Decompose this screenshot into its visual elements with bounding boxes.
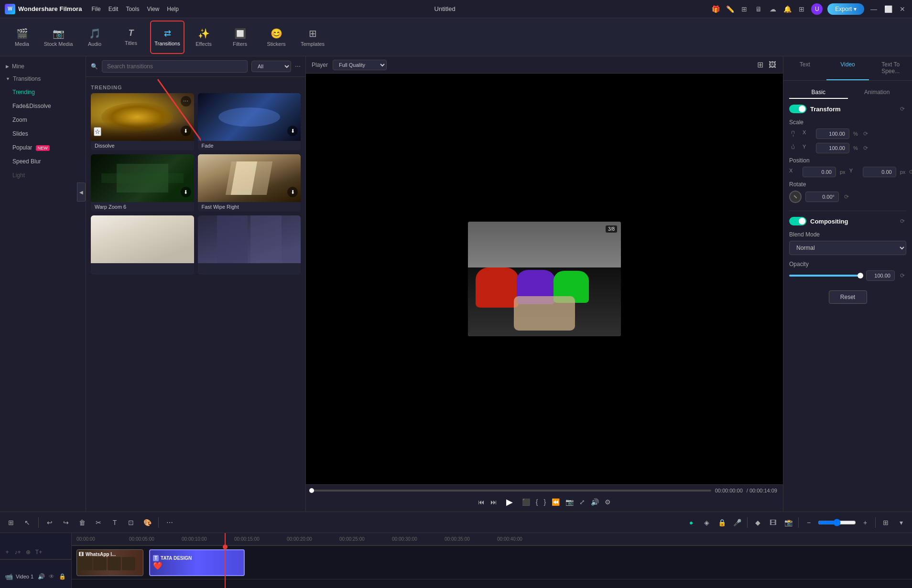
tl-layout-more-btn[interactable]: ▾ <box>895 516 907 529</box>
tl-more-btn[interactable]: ⋯ <box>163 516 176 529</box>
fade-add-btn[interactable]: ⬇ <box>287 126 298 136</box>
blend-mode-select[interactable]: Normal Dissolve Multiply Screen Overlay <box>789 241 906 255</box>
tab-video[interactable]: Video <box>826 56 869 80</box>
toolbar-item-audio[interactable]: 🎵 Audio <box>77 21 112 54</box>
tab-text-to-speech[interactable]: Text To Spee... <box>869 56 912 80</box>
play-button[interactable]: ▶ <box>503 495 516 509</box>
export-button[interactable]: Export ▾ <box>827 3 864 15</box>
subtab-animation[interactable]: Animation <box>848 86 907 99</box>
tl-lock-btn[interactable]: 🔒 <box>716 516 728 529</box>
dissolve-star-btn[interactable]: ☆ <box>94 127 101 136</box>
settings-button[interactable]: ⚙ <box>605 498 611 506</box>
opacity-input[interactable] <box>866 270 895 281</box>
tl-select-btn[interactable]: ↖ <box>21 516 33 529</box>
toolbar-item-effects[interactable]: ✨ Effects <box>186 21 221 54</box>
rotate-input[interactable] <box>805 192 839 202</box>
tl-undo-btn[interactable]: ↩ <box>43 516 56 529</box>
menu-edit[interactable]: Edit <box>109 6 119 12</box>
panel-collapse-button[interactable]: ◀ <box>77 182 86 202</box>
minimize-icon[interactable]: — <box>869 4 879 14</box>
nav-light[interactable]: Light <box>3 169 83 182</box>
tl-audio-btn[interactable]: 🎤 <box>731 516 743 529</box>
pos-y-input[interactable] <box>863 167 896 177</box>
tl-clip-btn[interactable]: 🎞 <box>767 516 779 529</box>
transition-card-fastwipe[interactable]: Fast Wipe Right ⬇ <box>198 154 301 212</box>
monitor-icon[interactable]: 🖥 <box>754 4 763 14</box>
video1-eye-btn[interactable]: 👁 <box>47 572 56 581</box>
transform-reset-btn[interactable]: ⟳ <box>899 105 906 113</box>
toolbar-item-stickers[interactable]: 😊 Stickers <box>259 21 293 54</box>
tl-add-text-btn[interactable]: T+ <box>34 548 43 556</box>
tl-color-btn[interactable]: 🎨 <box>141 516 153 529</box>
tl-mark-btn[interactable]: ◈ <box>700 516 713 529</box>
bell-icon[interactable]: 🔔 <box>782 4 792 14</box>
nav-popular[interactable]: Popular NEW <box>3 141 83 154</box>
tl-snapshot-btn[interactable]: 📸 <box>782 516 794 529</box>
transition-card-dissolve[interactable]: Dissolve ⋯ ☆ ⬇ <box>91 93 194 150</box>
nav-slides[interactable]: Slides <box>3 127 83 140</box>
transition-card-extra1[interactable] <box>91 215 194 275</box>
clip-whatsapp[interactable]: 🎞 WhatsApp I... <box>76 549 143 576</box>
avatar[interactable]: U <box>811 3 823 15</box>
image-view-icon[interactable]: 🖼 <box>768 60 777 70</box>
timeline-scroll-area[interactable]: 00:00:00 00:00:05:00 00:00:10:00 00:00:1… <box>72 533 912 588</box>
menu-tools[interactable]: Tools <box>126 6 139 12</box>
rotate-reset[interactable]: ⟳ <box>843 193 850 201</box>
tab-text[interactable]: Text <box>783 56 826 80</box>
compositing-reset-btn[interactable]: ⟳ <box>899 217 906 225</box>
tl-add-overlay-btn[interactable]: ⊕ <box>24 548 33 556</box>
toolbar-item-titles[interactable]: T Titles <box>114 21 148 54</box>
tl-delete-btn[interactable]: 🗑 <box>76 516 88 529</box>
snapshot-button[interactable]: 📷 <box>565 498 574 506</box>
toolbar-item-transitions[interactable]: ⇄ Transitions <box>150 21 185 54</box>
timeline-playhead[interactable] <box>225 545 226 588</box>
tl-snap-btn[interactable]: ● <box>685 516 697 529</box>
tl-add-video-track-btn[interactable]: + <box>3 548 11 556</box>
compositing-toggle[interactable] <box>789 217 806 225</box>
pen-icon[interactable]: ✏️ <box>725 4 735 14</box>
grid-icon[interactable]: ⊞ <box>739 4 749 14</box>
rotate-dial[interactable] <box>789 191 802 203</box>
mine-section[interactable]: ▶ Mine <box>0 60 86 73</box>
nav-speed-blur[interactable]: Speed Blur <box>3 155 83 168</box>
position-reset[interactable]: ⟳ <box>909 168 912 176</box>
dissolve-menu-btn[interactable]: ⋯ <box>181 96 191 107</box>
toolbar-item-filters[interactable]: 🔲 Filters <box>223 21 257 54</box>
transition-card-warpzoom[interactable]: Warp Zoom 6 ⬇ <box>91 154 194 212</box>
tl-crop-btn[interactable]: ⊡ <box>125 516 137 529</box>
search-input[interactable] <box>102 60 248 73</box>
tl-zoom-out-btn[interactable]: − <box>803 516 815 529</box>
menu-file[interactable]: File <box>91 6 100 12</box>
toolbar-item-stock-media[interactable]: 📷 Stock Media <box>41 21 76 54</box>
transition-card-extra2[interactable] <box>198 215 301 275</box>
transform-toggle[interactable] <box>789 105 806 113</box>
fullscreen-button[interactable]: ⤢ <box>579 498 585 506</box>
tl-add-audio-track-btn[interactable]: ♪+ <box>13 548 22 556</box>
tl-redo-btn[interactable]: ↪ <box>60 516 72 529</box>
dissolve-add-btn[interactable]: ⬇ <box>181 126 191 136</box>
video1-lock-btn[interactable]: 🔒 <box>58 572 66 581</box>
tl-cut-btn[interactable]: ✂ <box>92 516 105 529</box>
skip-back-button[interactable]: ⏮ <box>478 498 485 506</box>
mark-in-button[interactable]: { <box>536 498 538 506</box>
toolbar-item-media[interactable]: 🎬 Media <box>5 21 39 54</box>
close-icon[interactable]: ✕ <box>898 4 907 14</box>
scale-y-reset[interactable]: ⟳ <box>862 144 869 152</box>
subtab-basic[interactable]: Basic <box>789 86 848 99</box>
transition-card-fade[interactable]: Fade ⬇ <box>198 93 301 150</box>
opacity-reset[interactable]: ⟳ <box>899 272 906 279</box>
cloud-icon[interactable]: ☁ <box>768 4 778 14</box>
stop-button[interactable]: ⬛ <box>522 498 530 506</box>
speaker-button[interactable]: 🔊 <box>591 498 599 506</box>
prev-frame-button[interactable]: ⏪ <box>552 498 560 506</box>
step-back-button[interactable]: ⏭ <box>490 498 497 506</box>
global-reset-button[interactable]: Reset <box>829 290 867 304</box>
nav-fade-dissolve[interactable]: Fade&Dissolve <box>3 99 83 113</box>
menu-view[interactable]: View <box>147 6 159 12</box>
pos-x-input[interactable] <box>803 167 836 177</box>
filter-select[interactable]: All Free Premium <box>251 61 291 72</box>
more-options-icon[interactable]: ⋯ <box>295 63 301 70</box>
toolbar-item-templates[interactable]: ⊞ Templates <box>295 21 330 54</box>
nav-trending[interactable]: Trending <box>3 86 83 99</box>
warpzoom-add-btn[interactable]: ⬇ <box>181 187 191 197</box>
